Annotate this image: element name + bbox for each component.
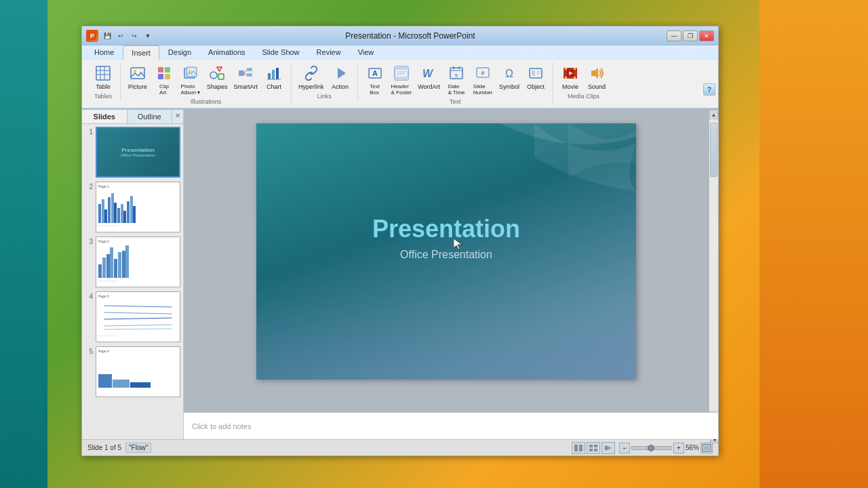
slide-number-4: 4 [85,291,93,300]
svg-rect-46 [532,70,535,76]
slide-thumb-3[interactable]: Page 2 [96,237,180,287]
customize-quick-btn[interactable]: ▼ [142,30,154,42]
table-btn[interactable]: Table [90,62,116,92]
slide-thumb-5[interactable]: Page 4 [96,346,180,397]
notes-area[interactable]: Click to add notes [184,412,718,439]
wordart-btn[interactable]: W WordArt [415,62,443,92]
slide-number-5: 5 [85,346,93,355]
sound-btn[interactable]: Sound [584,62,610,92]
svg-rect-50 [565,68,567,70]
tab-slides[interactable]: Slides [82,110,127,123]
slidenumber-icon: # [473,64,492,83]
header-footer-btn[interactable]: Header& Footer [389,62,415,97]
slide-thumb-4[interactable]: Page 3 ———— ——— [96,291,180,342]
powerpoint-window: P 💾 ↩ ↪ ▼ Presentation - Microsoft Power… [81,26,719,456]
normal-view-btn[interactable] [572,442,585,454]
list-item[interactable]: 5 Page 4 [85,346,180,397]
svg-rect-24 [268,73,271,79]
slide-sub-title: Office Presentation [372,249,520,261]
svg-marker-28 [338,68,346,79]
svg-rect-33 [395,77,408,80]
tab-design[interactable]: Design [160,45,199,60]
sound-icon [587,64,606,83]
tab-home[interactable]: Home [86,45,122,60]
slide-canvas[interactable]: Presentation Office Presentation [256,123,636,380]
header-footer-icon [392,64,411,83]
panel-close-btn[interactable]: ✕ [172,110,183,121]
wordart-icon: W [420,64,439,83]
svg-line-60 [104,325,172,326]
close-btn[interactable]: ✕ [699,30,714,41]
svg-rect-63 [574,445,578,451]
thumb1-sub: Office Presentation [121,153,155,157]
svg-line-23 [244,73,247,75]
svg-rect-68 [594,449,597,451]
symbol-btn[interactable]: Ω Symbol [496,62,522,92]
list-item[interactable]: 3 Page 2 [85,237,180,287]
svg-rect-20 [247,68,252,71]
datetime-btn[interactable]: 5 Date& Time [443,62,469,97]
slidenumber-btn[interactable]: # SlideNumber [470,62,496,97]
tab-animations[interactable]: Animations [200,45,253,60]
undo-quick-btn[interactable]: ↩ [115,30,127,42]
save-quick-btn[interactable]: 💾 [101,30,113,42]
svg-rect-7 [131,68,144,79]
scroll-up-btn[interactable]: ▲ [709,110,718,119]
slide-thumb-2[interactable]: Page 1 [96,182,180,232]
list-item[interactable]: 1 Presentation Office Presentation [85,127,180,178]
ribbon: Home Insert Design Animations Slide Show… [82,45,718,110]
smartart-btn[interactable]: SmartArt [231,62,261,92]
clipart-btn[interactable]: ClipArt [151,62,177,97]
slide-number-2: 2 [85,182,93,190]
zoom-slider[interactable] [631,446,672,450]
ribbon-content: Table Tables [82,60,718,108]
hyperlink-btn[interactable]: Hyperlink [296,62,327,92]
picture-btn[interactable]: Picture [125,62,151,92]
slideshow-view-btn[interactable] [601,442,615,454]
slide-thumb-1[interactable]: Presentation Office Presentation [96,127,180,178]
vertical-scrollbar[interactable]: ▲ ▲ ▼ ▼ [709,110,718,439]
tab-view[interactable]: View [350,45,382,60]
text-group-label: Text [450,98,461,105]
zoom-out-btn[interactable]: − [619,443,630,453]
list-item[interactable]: 4 Page 3 ———— ——— [85,291,180,342]
help-button[interactable]: ? [703,83,715,96]
svg-line-22 [244,70,247,73]
zoom-slider-thumb[interactable] [648,445,654,451]
svg-text:P: P [90,33,94,39]
maximize-btn[interactable]: ❐ [683,30,698,41]
tab-outline[interactable]: Outline [127,110,173,123]
scroll-track[interactable] [709,119,718,411]
tab-slideshow[interactable]: Slide Show [254,45,308,60]
action-btn[interactable]: Action [328,62,353,92]
slide-panel: Slides Outline ✕ 1 Presentation Office P… [82,110,184,439]
shapes-btn[interactable]: Shapes [204,62,231,92]
svg-line-57 [104,306,172,307]
slide-sorter-btn[interactable] [587,442,600,454]
slide-main-content: Presentation Office Presentation ▲ [184,110,718,439]
tab-insert[interactable]: Insert [123,45,159,60]
list-item[interactable]: 2 Page 1 [85,182,180,232]
slide-title-area[interactable]: Presentation Office Presentation [372,215,520,261]
title-bar-left: P 💾 ↩ ↪ ▼ [86,30,154,42]
svg-line-59 [104,318,172,319]
fit-to-window-btn[interactable] [701,443,713,453]
scroll-thumb[interactable] [710,123,717,177]
redo-quick-btn[interactable]: ↪ [128,30,140,42]
svg-rect-14 [186,67,197,77]
movie-btn[interactable]: Movie [557,62,583,92]
object-btn[interactable]: Object [523,62,549,92]
photoalbum-btn[interactable]: PhotoAlbum ▾ [178,62,203,97]
svg-rect-25 [272,70,275,79]
minimize-btn[interactable]: — [667,30,682,41]
slide-panel-tabs: Slides Outline ✕ [82,110,183,124]
textbox-btn[interactable]: A TextBox [362,62,388,97]
chart-icon [264,64,283,83]
bg-orange-decoration [760,0,868,488]
chart-btn[interactable]: Chart [261,62,287,92]
thumb1-title: Presentation [121,147,154,153]
tab-review[interactable]: Review [309,45,349,60]
zoom-in-btn[interactable]: + [673,443,684,453]
ribbon-group-illustrations: Picture ClipArt [122,62,292,105]
title-bar: P 💾 ↩ ↪ ▼ Presentation - Microsoft Power… [82,26,718,45]
